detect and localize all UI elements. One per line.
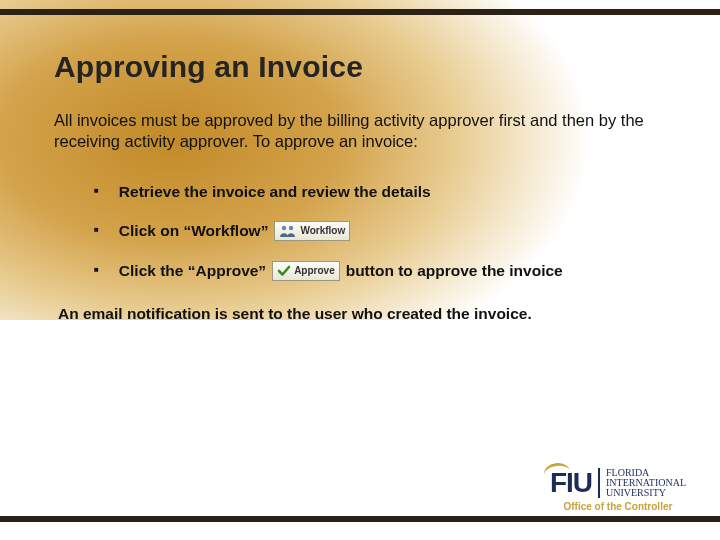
step-text-post: button to approve the invoice	[346, 262, 563, 280]
workflow-button-chip: Workflow	[274, 221, 350, 241]
fiu-logo: FIU Florida International University Off…	[550, 467, 686, 512]
list-item: Click the “Approve” Approve button to ap…	[94, 261, 670, 281]
step-text: Click the “Approve”	[119, 262, 266, 280]
list-item: Retrieve the invoice and review the deta…	[94, 183, 670, 201]
fiu-wordmark: FIU	[550, 467, 592, 499]
univ-line: University	[606, 488, 686, 498]
office-label: Office of the Controller	[550, 501, 686, 512]
swoosh-icon	[543, 461, 572, 484]
chip-label: Workflow	[300, 225, 345, 236]
slide-content: Approving an Invoice All invoices must b…	[0, 0, 720, 323]
approve-button-chip: Approve	[272, 261, 340, 281]
svg-point-0	[282, 226, 286, 230]
checkmark-icon	[277, 265, 291, 277]
people-icon	[279, 225, 297, 237]
intro-paragraph: All invoices must be approved by the bil…	[54, 110, 670, 153]
closing-paragraph: An email notification is sent to the use…	[58, 305, 670, 323]
university-name: Florida International University	[598, 468, 686, 498]
svg-point-1	[289, 226, 293, 230]
slide-title: Approving an Invoice	[54, 50, 670, 84]
step-text: Click on “Workflow”	[119, 222, 269, 240]
steps-list: Retrieve the invoice and review the deta…	[94, 183, 670, 281]
list-item: Click on “Workflow” Workflow	[94, 221, 670, 241]
bottom-border-bar	[0, 516, 720, 522]
top-border-bar	[0, 9, 720, 15]
chip-label: Approve	[294, 265, 335, 276]
step-text: Retrieve the invoice and review the deta…	[119, 183, 431, 201]
